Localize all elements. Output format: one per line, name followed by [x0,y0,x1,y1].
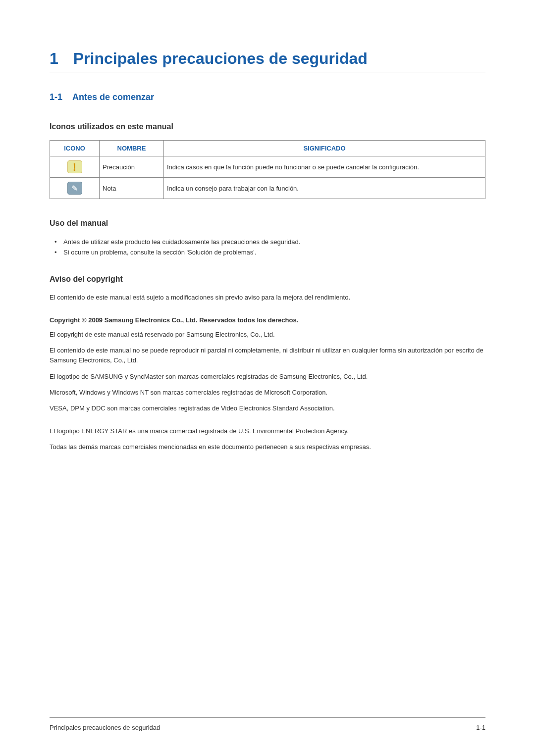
page-content: 1 Principales precauciones de seguridad … [0,0,535,452]
copyright-intro: El contenido de este manual está sujeto … [50,293,485,302]
chapter-number: 1 [50,50,58,68]
copyright-paragraph: El contenido de este manual no se puede … [50,346,485,365]
table-row: ! Precaución Indica casos en que la func… [50,156,485,178]
th-name: NOMBRE [100,141,164,156]
table-row: ✎ Nota Indica un consejo para trabajar c… [50,178,485,199]
divider [50,72,485,72]
copyright-heading: Aviso del copyright [50,275,485,284]
icons-heading: Iconos utilizados en este manual [50,122,485,131]
footer-left: Principales precauciones de seguridad [50,724,160,731]
copyright-line: Copyright © 2009 Samsung Electronics Co.… [50,316,485,324]
copyright-paragraph: El logotipo de SAMSUNG y SyncMaster son … [50,372,485,382]
cell-icon: ✎ [50,178,100,199]
list-item: Antes de utilizar este producto lea cuid… [54,237,485,247]
cell-icon: ! [50,156,100,178]
chapter-title: 1 Principales precauciones de seguridad [50,50,485,68]
section-number: 1-1 [50,92,62,102]
copyright-paragraph: VESA, DPM y DDC son marcas comerciales r… [50,403,485,413]
list-item: Si ocurre un problema, consulte la secci… [54,247,485,257]
cell-name: Precaución [100,156,164,178]
caution-icon: ! [67,160,82,173]
section-header: 1-1 Antes de comenzar [50,92,485,102]
page-footer: Principales precauciones de seguridad 1-… [50,717,485,731]
usage-list: Antes de utilizar este producto lea cuid… [50,237,485,257]
usage-heading: Uso del manual [50,219,485,228]
th-meaning: SIGNIFICADO [164,141,485,156]
copyright-paragraph: El copyright de este manual está reserva… [50,330,485,340]
cell-meaning: Indica un consejo para trabajar con la f… [164,178,485,199]
copyright-paragraph: Todas las demás marcas comerciales menci… [50,442,485,452]
section-title: Antes de comenzar [72,92,154,102]
cell-name: Nota [100,178,164,199]
copyright-paragraph: Microsoft, Windows y Windows NT son marc… [50,388,485,398]
footer-right: 1-1 [476,724,485,731]
icons-table: ICONO NOMBRE SIGNIFICADO ! Precaución In… [50,140,485,199]
copyright-paragraph: El logotipo ENERGY STAR es una marca com… [50,426,485,436]
th-icon: ICONO [50,141,100,156]
cell-meaning: Indica casos en que la función puede no … [164,156,485,178]
note-icon: ✎ [67,182,82,195]
chapter-heading: Principales precauciones de seguridad [73,50,368,68]
